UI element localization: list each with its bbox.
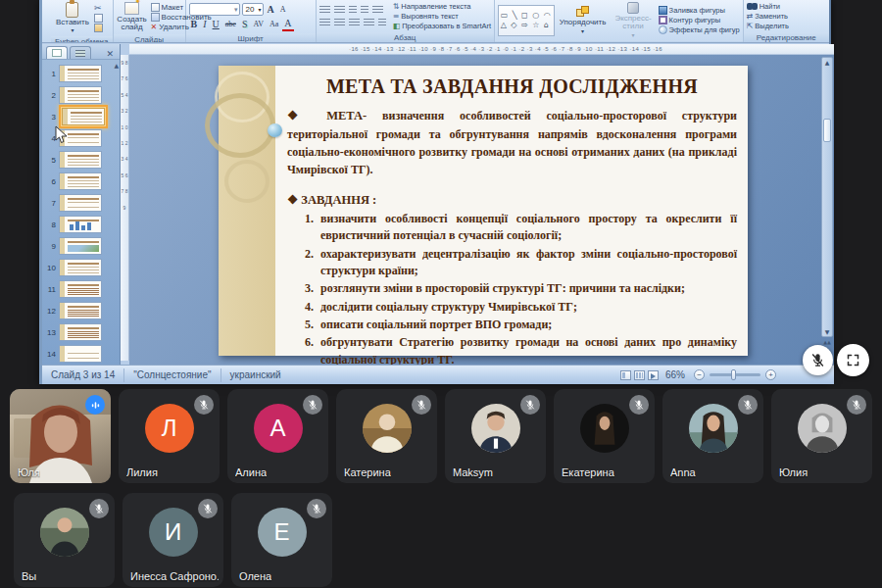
slide-thumbnail[interactable] [59,237,102,255]
task-item: визначити особливості концепції соціальн… [317,211,737,245]
meeting-mic-muted-button[interactable] [803,345,833,375]
strikethrough-button[interactable]: abe [223,19,238,30]
font-size-combo[interactable]: 20▾ [242,3,264,16]
numbering-icon[interactable] [334,6,345,15]
replace-button[interactable]: ⇄Заменить [747,12,789,21]
close-panel-icon[interactable]: ✕ [103,49,117,59]
line-spacing-icon[interactable] [372,6,383,15]
slide-thumbnail[interactable] [59,216,102,233]
mic-muted-icon [847,395,866,415]
tasks-list: визначити особливості концепції соціальн… [317,211,737,365]
participant-tile-yulya[interactable]: Юля [10,389,111,483]
zoom-in-button[interactable]: + [765,369,776,380]
align-left-icon[interactable] [319,19,330,27]
mouse-cursor [55,125,68,144]
text-shadow-button[interactable]: S [240,19,250,30]
copy-icon[interactable] [94,14,103,23]
shapes-gallery[interactable]: ▭ ╲ ◻ ○ ◠ △ ◇ ⇨ ☆ ⌂ [498,5,555,36]
language-indicator[interactable]: украинский [221,368,290,382]
increase-indent-icon[interactable] [361,6,368,15]
columns-icon[interactable] [378,19,386,27]
slide-thumbnail[interactable] [59,280,102,298]
slide-meta-paragraph: ❖ МЕТА- визначення особливостей соціальн… [287,107,737,178]
align-right-icon[interactable] [349,19,360,27]
slide-thumbnail[interactable] [59,151,102,169]
align-center-icon[interactable] [334,19,345,27]
participant-name: Вы [22,570,36,582]
scrollbar-thumb[interactable] [823,119,831,142]
underline-button[interactable]: U [211,19,221,30]
text-direction-button[interactable]: ⇅Направление текста [393,2,492,11]
mic-muted-icon [629,395,649,415]
font-color-button[interactable]: А [282,18,293,31]
normal-view-button[interactable] [620,370,631,380]
bold-button[interactable]: B [189,19,200,30]
replace-icon: ⇄ [747,12,754,21]
slide-thumbnail[interactable] [59,194,102,212]
zoom-out-button[interactable]: − [694,369,705,380]
participant-name: Юлия [779,466,808,478]
participant-name: Anna [670,466,696,478]
tab-outline[interactable] [70,46,91,59]
justify-icon[interactable] [364,19,374,27]
slide-thumbnail[interactable] [59,172,102,190]
slide-thumbnail[interactable] [59,345,102,363]
participant-tile-yuliya[interactable]: Юлия [771,389,872,483]
participant-tile-katerina[interactable]: Катерина [336,389,437,483]
shrink-font-button[interactable]: A [278,4,288,16]
avatar-photo [40,508,89,557]
slide-thumbnail[interactable] [59,302,102,319]
participant-tile-inessa[interactable]: И Инесса Сафроно... [122,493,223,587]
grow-font-button[interactable]: A [266,4,276,16]
participant-tile-olena[interactable]: Е Олена [231,493,332,587]
format-painter-icon[interactable] [94,24,103,32]
bullets-icon[interactable] [319,6,330,15]
arrange-button[interactable]: Упорядочить ▾ [558,6,609,34]
quick-styles-button[interactable]: Экспресс-стили ▾ [611,2,655,38]
find-button[interactable]: Найти [747,2,789,11]
slideshow-button[interactable] [648,370,659,380]
participant-name: Лилия [126,466,158,478]
new-slide-button[interactable]: Создать слайд [117,2,148,32]
panel-tabs: ✕ [42,44,120,60]
scroll-down-icon[interactable]: ▼ [822,328,832,335]
fullscreen-button[interactable] [837,344,869,376]
char-spacing-button[interactable]: AV [251,19,266,30]
zoom-slider-thumb[interactable] [731,369,736,380]
task-item: охарактеризувати децентралізацію як факт… [317,246,737,280]
change-case-button[interactable]: Aa [268,19,280,30]
task-item: дослідити соціальну структуру Чмирівсько… [317,299,737,316]
select-button[interactable]: ⇱Выделить [747,22,789,30]
slide-thumbnail[interactable] [59,323,102,341]
zoom-slider[interactable] [710,373,760,376]
shape-outline-button[interactable]: Контур фигуры [659,16,740,24]
participant-tile-anna[interactable]: Anna [662,389,763,483]
paste-button[interactable]: Вставить ▾ [54,2,91,34]
participant-tile-ekaterina[interactable]: Екатерина [554,389,655,483]
shape-fill-button[interactable]: Заливка фигуры [659,6,740,15]
slide-thumbnail[interactable] [59,86,102,104]
font-name-combo[interactable]: ▾ [189,3,240,16]
tab-slides[interactable] [46,46,68,59]
vertical-scrollbar[interactable]: ▲ ▼ [821,57,833,337]
slide-thumbnail-selected[interactable] [62,108,105,125]
scroll-up-icon[interactable]: ▲ [822,59,832,66]
horizontal-ruler: ·16 ·15 ·14 ·13 ·12 ·11 ·10 ·9 ·8 ·7 ·6 … [129,44,834,55]
cut-icon[interactable]: ✂ [94,3,103,13]
participant-tile-maksym[interactable]: Maksym [445,389,546,483]
group-label-editing: Редактирование [744,32,829,42]
participant-tile-you[interactable]: Вы [14,493,115,587]
convert-smartart-button[interactable]: ◧Преобразовать в SmartArt [393,22,492,30]
slide-thumbnail[interactable] [59,259,102,276]
arrange-icon [576,6,590,18]
decrease-indent-icon[interactable] [349,6,357,15]
italic-button[interactable]: I [201,19,208,30]
slide-canvas: МЕТА ТА ЗАВДАННЯ ДОСЛІДЖЕННЯ ❖ МЕТА- виз… [219,66,748,356]
participant-tile-alina[interactable]: А Алина [227,389,328,483]
shape-effects-button[interactable]: Эффекты для фигур [659,25,740,34]
slide-thumbnail[interactable] [59,65,102,82]
participant-tile-liliya[interactable]: Л Лилия [119,389,220,483]
zoom-level[interactable]: 66% [665,369,685,380]
align-text-button[interactable]: ≡Выровнять текст [393,12,492,21]
slide-sorter-button[interactable] [634,370,645,380]
